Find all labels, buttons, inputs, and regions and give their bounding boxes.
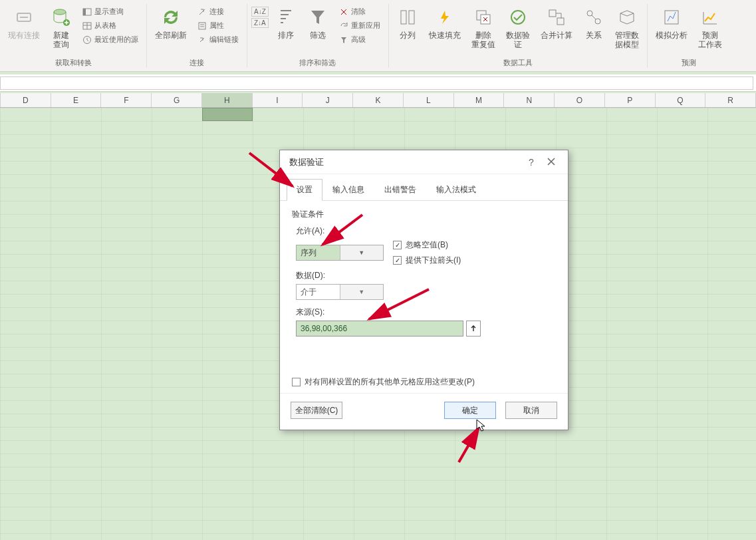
source-input[interactable] <box>296 321 463 337</box>
filter-button[interactable]: 筛选 <box>303 4 332 43</box>
flash-icon <box>434 7 455 28</box>
svg-rect-14 <box>557 18 564 25</box>
connections-button[interactable]: 连接 <box>196 5 240 18</box>
help-button[interactable]: ? <box>521 157 541 168</box>
dialog-titlebar[interactable]: 数据验证 ? <box>280 150 568 174</box>
existing-connections-button[interactable]: 现有连接 <box>4 4 44 43</box>
ok-button[interactable]: 确定 <box>444 402 496 419</box>
group-label: 连接 <box>189 58 204 68</box>
col-header-Q[interactable]: Q <box>656 93 706 107</box>
dialog-title: 数据验证 <box>289 156 521 168</box>
formula-bar <box>0 74 756 92</box>
tab-ime-mode[interactable]: 输入法模式 <box>426 179 486 201</box>
consolidate-icon <box>546 7 567 28</box>
ribbon-group-forecast: 模拟分析 预测 工作表 预测 <box>648 4 730 68</box>
forecast-sheet-button[interactable]: 预测 工作表 <box>694 4 726 53</box>
allow-label: 允许(A): <box>296 225 556 237</box>
ribbon-group-sort-filter: A↓Z Z↓A 排序 筛选 清除 <box>247 4 389 68</box>
sort-button[interactable]: 排序 <box>271 4 301 43</box>
svg-rect-7 <box>199 23 205 29</box>
edit-links-button[interactable]: 编辑链接 <box>196 33 240 46</box>
arrow-up-icon <box>469 325 477 333</box>
col-header-F[interactable]: F <box>101 93 152 107</box>
clear-all-button[interactable]: 全部清除(C) <box>291 402 342 419</box>
col-header-L[interactable]: L <box>404 93 454 107</box>
dialog-body: 验证条件 允许(A): 序列 ▼ ✓ 忽略空值(B) ✓ 提供下拉箭头(I) 数… <box>280 201 568 393</box>
group-label: 预测 <box>682 58 696 68</box>
col-header-I[interactable]: I <box>253 93 303 107</box>
relationships-icon <box>583 7 604 28</box>
col-header-O[interactable]: O <box>555 93 605 107</box>
selected-cell[interactable] <box>202 108 253 121</box>
col-header-G[interactable]: G <box>152 93 202 107</box>
ribbon-group-data-tools: 分列 快速填充 删除 重复值 数据验 证 合并计算 关系 <box>389 4 648 68</box>
col-header-D[interactable]: D <box>1 93 51 107</box>
connection-icon <box>197 7 207 17</box>
remove-duplicates-button[interactable]: 删除 重复值 <box>467 4 499 53</box>
clear-filter-button[interactable]: 清除 <box>338 5 382 18</box>
cancel-button[interactable]: 取消 <box>505 402 557 419</box>
checkbox-checked-icon: ✓ <box>393 256 402 265</box>
sort-az-button[interactable]: A↓Z <box>251 7 269 17</box>
remove-dup-icon <box>473 7 494 28</box>
allow-combobox[interactable]: 序列 ▼ <box>296 245 384 261</box>
apply-to-all-checkbox[interactable]: 对有同样设置的所有其他单元格应用这些更改(P) <box>292 376 475 388</box>
ignore-blank-checkbox[interactable]: ✓ 忽略空值(B) <box>393 239 461 251</box>
flash-fill-button[interactable]: 快速填充 <box>425 4 465 43</box>
col-header-J[interactable]: J <box>303 93 353 107</box>
svg-point-12 <box>511 11 525 24</box>
dialog-tabs: 设置 输入信息 出错警告 输入法模式 <box>280 174 568 201</box>
sort-za-button[interactable]: Z↓A <box>251 18 269 28</box>
col-header-K[interactable]: K <box>353 93 404 107</box>
funnel-icon <box>307 7 328 28</box>
from-table-button[interactable]: 从表格 <box>81 19 140 32</box>
refresh-icon <box>160 7 182 28</box>
table-icon <box>82 21 92 31</box>
refresh-all-button[interactable]: 全部刷新 <box>151 4 191 43</box>
svg-rect-4 <box>83 9 86 15</box>
edit-links-icon <box>197 35 207 45</box>
checkbox-unchecked-icon <box>292 378 301 386</box>
svg-rect-8 <box>401 11 406 24</box>
text-to-columns-button[interactable]: 分列 <box>393 4 422 43</box>
data-validation-dialog: 数据验证 ? 设置 输入信息 出错警告 输入法模式 验证条件 允许(A): 序列… <box>279 150 568 430</box>
whatif-button[interactable]: 模拟分析 <box>652 4 692 43</box>
clear-icon <box>339 7 348 17</box>
properties-button[interactable]: 属性 <box>196 19 240 32</box>
show-queries-button[interactable]: 显示查询 <box>81 5 140 18</box>
advanced-filter-button[interactable]: 高级 <box>338 33 382 46</box>
in-cell-dropdown-checkbox[interactable]: ✓ 提供下拉箭头(I) <box>393 255 461 266</box>
data-validation-button[interactable]: 数据验 证 <box>502 4 534 53</box>
group-label: 获取和转换 <box>55 58 92 68</box>
tab-error-alert[interactable]: 出错警告 <box>374 179 426 201</box>
column-headers: DEFGHIJKLMNOPQR <box>0 93 756 108</box>
group-label: 排序和筛选 <box>299 58 336 68</box>
col-header-M[interactable]: M <box>454 93 505 107</box>
manage-data-model-button[interactable]: 管理数 据模型 <box>611 4 643 53</box>
data-combobox[interactable]: 介于 ▼ <box>296 284 384 300</box>
source-label: 来源(S): <box>296 307 556 318</box>
dialog-buttons: 全部清除(C) 确定 取消 <box>280 393 568 430</box>
recent-sources-button[interactable]: 最近使用的源 <box>81 33 140 46</box>
col-header-H[interactable]: H <box>202 93 253 107</box>
chevron-down-icon: ▼ <box>340 285 384 299</box>
new-query-button[interactable]: 新建 查询 <box>47 4 76 53</box>
close-button[interactable] <box>541 157 561 168</box>
validation-criteria-label: 验证条件 <box>292 209 556 220</box>
col-header-N[interactable]: N <box>504 93 555 107</box>
col-header-P[interactable]: P <box>605 93 656 107</box>
allow-value: 序列 <box>297 247 340 259</box>
col-header-E[interactable]: E <box>51 93 102 107</box>
consolidate-button[interactable]: 合并计算 <box>537 4 576 43</box>
reapply-icon <box>339 21 348 31</box>
formula-input[interactable] <box>0 76 753 90</box>
tab-settings[interactable]: 设置 <box>287 179 322 201</box>
link-icon <box>13 7 35 28</box>
col-header-R[interactable]: R <box>705 93 756 107</box>
chevron-down-icon: ▼ <box>340 245 384 260</box>
range-selector-button[interactable] <box>466 321 481 337</box>
advanced-icon <box>339 35 348 45</box>
tab-input-message[interactable]: 输入信息 <box>322 179 374 201</box>
reapply-filter-button[interactable]: 重新应用 <box>338 19 382 32</box>
relationships-button[interactable]: 关系 <box>579 4 608 43</box>
